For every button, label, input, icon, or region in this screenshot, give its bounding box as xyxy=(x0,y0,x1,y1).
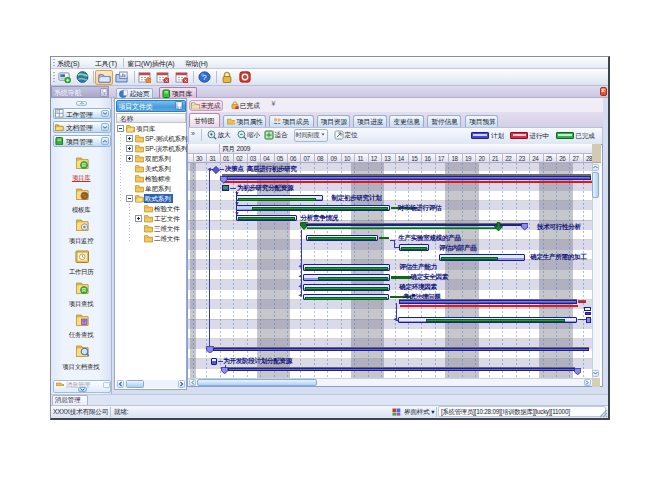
svg-text:R: R xyxy=(82,287,87,293)
svg-text:R: R xyxy=(82,162,87,168)
svg-text:?: ? xyxy=(202,73,206,82)
